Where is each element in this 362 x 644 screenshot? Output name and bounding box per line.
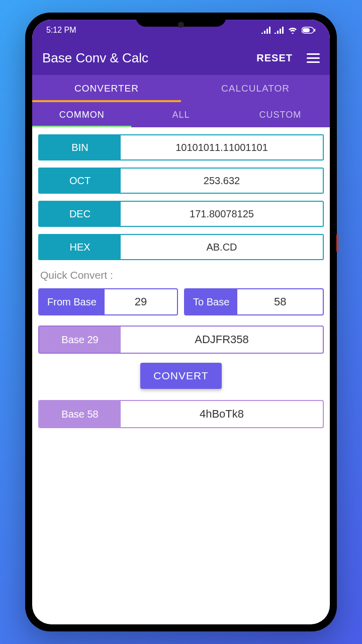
input-base-row: Base 29 ADJFR358 — [38, 326, 324, 354]
tabs-secondary: COMMON ALL CUSTOM — [32, 102, 330, 127]
output-base-row: Base 58 4hBoTk8 — [38, 400, 324, 428]
conv-value-bin[interactable]: 10101011.11001101 — [121, 135, 323, 159]
tab-converter[interactable]: CONVERTER — [32, 75, 181, 102]
output-base-label: Base 58 — [39, 401, 121, 427]
conv-value-hex[interactable]: AB.CD — [121, 235, 323, 259]
to-base-label: To Base — [185, 289, 237, 314]
signal-icon-2 — [275, 27, 284, 34]
from-base-input[interactable]: 29 — [105, 289, 177, 314]
svg-rect-1 — [303, 28, 310, 32]
to-base-box: To Base 58 — [184, 288, 324, 315]
quick-base-row: From Base 29 To Base 58 — [38, 288, 324, 315]
svg-rect-2 — [314, 29, 315, 32]
output-base-field[interactable]: 4hBoTk8 — [121, 401, 323, 427]
phone-side-button — [336, 234, 338, 252]
tab-common[interactable]: COMMON — [32, 102, 131, 127]
screen: 5:12 PM Base Conv & Calc RESET CONVERTER… — [32, 20, 330, 624]
status-bar: 5:12 PM — [32, 20, 330, 41]
input-base-label: Base 29 — [39, 327, 121, 353]
convert-button[interactable]: CONVERT — [140, 363, 221, 389]
conv-row-oct: OCT 253.632 — [38, 168, 324, 194]
wifi-icon — [288, 27, 298, 34]
from-base-label: From Base — [39, 289, 105, 314]
conv-label-dec: DEC — [39, 202, 121, 226]
app-title: Base Conv & Calc — [42, 50, 148, 66]
phone-frame: 5:12 PM Base Conv & Calc RESET CONVERTER… — [25, 13, 337, 631]
conv-label-bin: BIN — [39, 135, 121, 159]
status-icons — [261, 27, 316, 34]
conv-row-bin: BIN 10101011.11001101 — [38, 134, 324, 160]
conv-value-dec[interactable]: 171.80078125 — [121, 202, 323, 226]
conv-row-dec: DEC 171.80078125 — [38, 201, 324, 227]
content-area: BIN 10101011.11001101 OCT 253.632 DEC 17… — [32, 127, 330, 444]
input-base-field[interactable]: ADJFR358 — [121, 327, 323, 353]
tabs-primary: CONVERTER CALCULATOR — [32, 75, 330, 102]
app-bar: Base Conv & Calc RESET — [32, 41, 330, 75]
quick-convert-title: Quick Convert : — [40, 269, 322, 281]
tab-calculator[interactable]: CALCULATOR — [181, 75, 330, 102]
reset-button[interactable]: RESET — [256, 52, 293, 64]
battery-icon — [302, 27, 316, 34]
conv-row-hex: HEX AB.CD — [38, 234, 324, 260]
from-base-box: From Base 29 — [38, 288, 178, 315]
conv-label-oct: OCT — [39, 169, 121, 193]
status-time: 5:12 PM — [46, 26, 76, 35]
app-bar-right: RESET — [256, 52, 320, 64]
tab-all[interactable]: ALL — [131, 102, 230, 127]
conv-label-hex: HEX — [39, 235, 121, 259]
to-base-input[interactable]: 58 — [237, 289, 323, 314]
menu-icon[interactable] — [307, 53, 320, 63]
signal-icon — [261, 27, 270, 34]
tab-custom[interactable]: CUSTOM — [231, 102, 330, 127]
conv-value-oct[interactable]: 253.632 — [121, 169, 323, 193]
